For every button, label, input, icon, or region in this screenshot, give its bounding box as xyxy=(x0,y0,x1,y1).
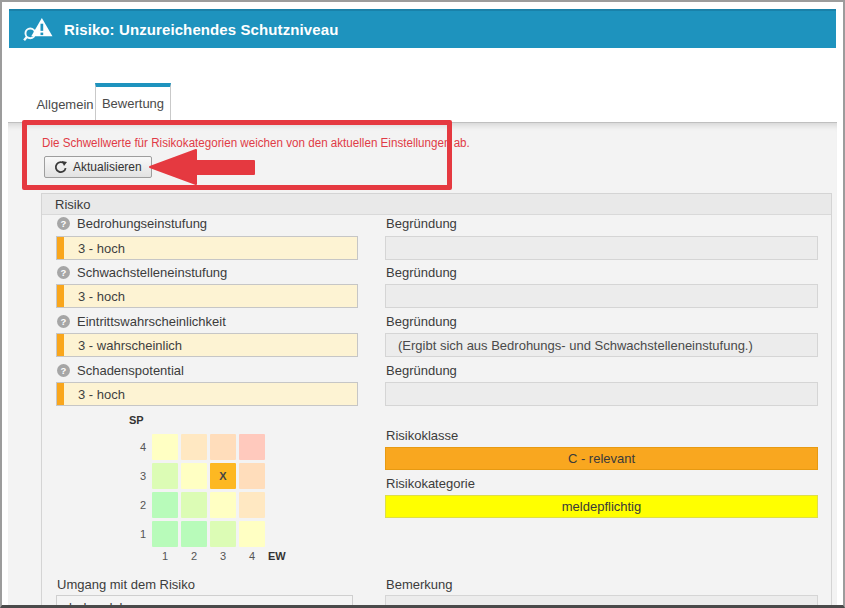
risk-class-value: C - relevant xyxy=(385,447,818,470)
risk-category-label: Risikokategorie xyxy=(386,476,475,491)
likelihood-rating-select[interactable]: 3 - wahrscheinlich xyxy=(56,333,358,357)
dialog-title: Risiko: Unzureichendes Schutzniveau xyxy=(64,21,338,38)
rating-color-bar xyxy=(57,285,64,307)
refresh-icon xyxy=(54,161,67,174)
treatment-label: Umgang mit dem Risiko xyxy=(57,577,195,592)
vulnerability-rating-select[interactable]: 3 - hoch xyxy=(56,284,358,308)
matrix-cell-sp2-ew1[interactable] xyxy=(152,492,178,518)
likelihood-reason-input[interactable]: (Ergibt sich aus Bedrohungs- und Schwach… xyxy=(385,333,818,357)
tab-allgemein[interactable]: Allgemein xyxy=(35,88,95,122)
matrix-col-label: 1 xyxy=(152,550,178,562)
matrix-cell-sp2-ew3[interactable] xyxy=(210,492,236,518)
matrix-cell-sp3-ew3[interactable]: X xyxy=(210,463,236,489)
matrix-row-labels: 4321 xyxy=(126,434,146,547)
matrix-cell-sp3-ew4[interactable] xyxy=(239,463,265,489)
matrix-cell-sp3-ew2[interactable] xyxy=(181,463,207,489)
remark-input[interactable] xyxy=(385,595,818,608)
matrix-cell-sp1-ew1[interactable] xyxy=(152,521,178,547)
matrix-cell-sp4-ew3[interactable] xyxy=(210,434,236,460)
matrix-cell-sp1-ew3[interactable] xyxy=(210,521,236,547)
refresh-button[interactable]: Aktualisieren xyxy=(44,156,152,178)
matrix-row-label: 3 xyxy=(126,463,146,489)
matrix-cell-sp2-ew4[interactable] xyxy=(239,492,265,518)
matrix-cell-sp4-ew4[interactable] xyxy=(239,434,265,460)
help-icon[interactable]: ? xyxy=(57,266,70,279)
matrix-cell-sp3-ew1[interactable] xyxy=(152,463,178,489)
matrix-cell-sp4-ew1[interactable] xyxy=(152,434,178,460)
matrix-cell-sp1-ew4[interactable] xyxy=(239,521,265,547)
risk-warning-magnifier-icon xyxy=(22,16,54,43)
tab-bewertung[interactable]: Bewertung xyxy=(95,83,171,122)
remark-label: Bemerkung xyxy=(386,577,452,592)
rating-color-bar xyxy=(57,334,64,356)
dialog-title-bar: Risiko: Unzureichendes Schutzniveau xyxy=(9,9,836,48)
field-label-schadenspotential: ? Schadenspotential xyxy=(57,363,184,378)
risk-dialog-window: Risiko: Unzureichendes Schutzniveau Allg… xyxy=(0,0,845,608)
rating-color-bar xyxy=(57,383,64,405)
matrix-row-label: 1 xyxy=(126,521,146,547)
matrix-col-label: 4 xyxy=(239,550,265,562)
field-label-bedrohungseinstufung: ? Bedrohungseinstufung xyxy=(57,216,207,231)
reason-label-vulnerability: Begründung xyxy=(386,265,457,280)
risk-class-label: Risikoklasse xyxy=(386,428,458,443)
matrix-x-axis-label: EW xyxy=(268,550,286,562)
matrix-y-axis-label: SP xyxy=(129,414,144,426)
refresh-button-label: Aktualisieren xyxy=(73,160,142,174)
treatment-select[interactable]: behandeln xyxy=(56,595,353,608)
field-label-schwachstelleneinstufung: ? Schwachstelleneinstufung xyxy=(57,265,227,280)
damage-reason-input[interactable] xyxy=(385,382,818,406)
rating-color-bar xyxy=(57,237,64,259)
reason-label-likelihood: Begründung xyxy=(386,314,457,329)
risk-category-value: meldepflichtig xyxy=(385,495,818,518)
help-icon[interactable]: ? xyxy=(57,315,70,328)
risk-matrix-grid: X xyxy=(152,434,265,547)
warning-message: Die Schwellwerte für Risikokategorien we… xyxy=(42,136,470,150)
threat-rating-select[interactable]: 3 - hoch xyxy=(56,236,358,260)
help-icon[interactable]: ? xyxy=(57,364,70,377)
matrix-row-label: 2 xyxy=(126,492,146,518)
matrix-col-label: 3 xyxy=(210,550,236,562)
matrix-cell-sp2-ew2[interactable] xyxy=(181,492,207,518)
damage-potential-select[interactable]: 3 - hoch xyxy=(56,382,358,406)
matrix-cell-sp4-ew2[interactable] xyxy=(181,434,207,460)
matrix-col-labels: 1234 xyxy=(152,550,265,562)
matrix-col-label: 2 xyxy=(181,550,207,562)
help-icon[interactable]: ? xyxy=(57,217,70,230)
reason-label-threat: Begründung xyxy=(386,216,457,231)
field-label-eintrittswahrscheinlichkeit: ? Eintrittswahrscheinlichkeit xyxy=(57,314,226,329)
reason-label-damage: Begründung xyxy=(386,363,457,378)
risk-panel-header: Risiko xyxy=(42,194,831,215)
matrix-row-label: 4 xyxy=(126,434,146,460)
vulnerability-reason-input[interactable] xyxy=(385,284,818,308)
matrix-cell-sp1-ew2[interactable] xyxy=(181,521,207,547)
threat-reason-input[interactable] xyxy=(385,236,818,260)
